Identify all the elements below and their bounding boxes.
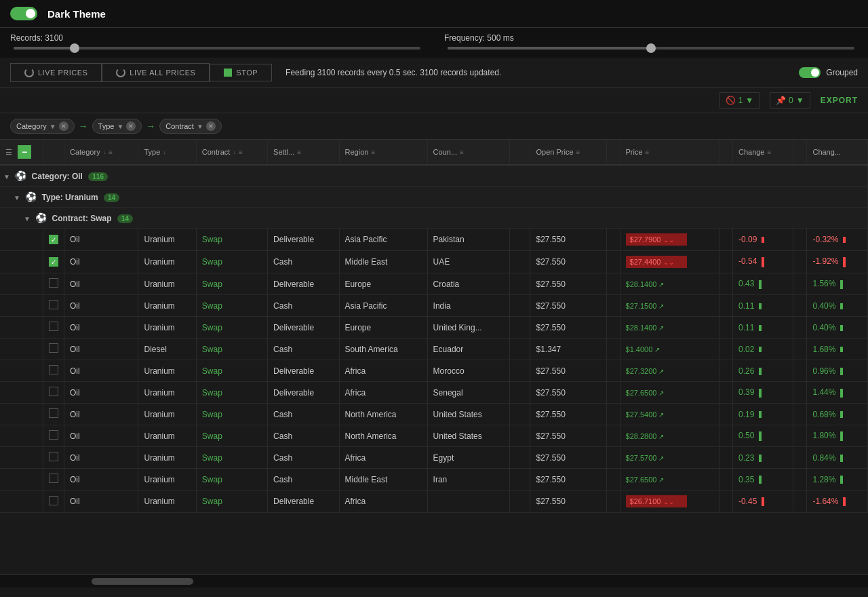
row-checkbox-cell[interactable] <box>43 469 64 490</box>
row-checkbox[interactable] <box>49 257 58 267</box>
table-row[interactable]: Oil Uranium Swap Cash Middle East Iran $… <box>0 469 868 490</box>
h-scroll-thumb[interactable] <box>92 578 193 585</box>
row-extra <box>510 273 530 295</box>
th-open-price[interactable]: Open Price ≡ <box>530 140 606 165</box>
filter-type-remove[interactable]: ✕ <box>126 121 136 131</box>
row-checkbox-cell[interactable] <box>43 339 64 360</box>
table-row[interactable]: Oil Uranium Swap Cash Asia Pacific India… <box>0 295 868 317</box>
export-button[interactable]: EXPORT <box>821 96 858 105</box>
filter-category-down: ▼ <box>50 123 56 130</box>
th-change-filter[interactable]: ≡ <box>768 149 772 156</box>
row-checkbox[interactable] <box>49 365 58 374</box>
table-container[interactable]: ☰ − Category ↓ ≡ Type ↓ <box>0 140 868 574</box>
pin-button[interactable]: 📌 0 ▼ <box>770 92 810 109</box>
filter-chip-type[interactable]: Type ▼ ✕ <box>92 119 142 134</box>
row-checkbox-cell[interactable] <box>43 295 64 317</box>
live-all-prices-button[interactable]: LIVE ALL PRICES <box>102 63 210 82</box>
filter-chip-category[interactable]: Category ▼ ✕ <box>10 119 75 134</box>
dark-theme-toggle[interactable] <box>10 7 37 20</box>
row-checkbox[interactable] <box>49 474 58 483</box>
expand-icon[interactable]: ▼ <box>14 194 20 201</box>
row-checkbox-cell[interactable] <box>43 273 64 295</box>
row-country: Senegal <box>427 382 510 404</box>
stop-button[interactable]: STOP <box>210 64 272 81</box>
th-change[interactable]: Change ≡ <box>732 140 793 165</box>
collapse-all-button[interactable]: − <box>18 145 31 159</box>
price-cell: $27.7900 ⌄⌄ <box>626 233 687 246</box>
row-type: Uranium <box>138 273 196 295</box>
th-open-price-filter[interactable]: ≡ <box>576 149 580 156</box>
row-checkbox[interactable] <box>49 343 58 353</box>
filter-contract-remove[interactable]: ✕ <box>206 121 216 131</box>
th-type[interactable]: Type ↓ <box>138 140 196 165</box>
row-checkbox-cell[interactable] <box>43 425 64 447</box>
th-region[interactable]: Region ≡ <box>339 140 427 165</box>
row-open-price: $27.550 <box>530 382 606 404</box>
row-checkbox[interactable] <box>49 408 58 418</box>
row-checkbox[interactable] <box>49 430 58 440</box>
row-checkbox[interactable] <box>49 387 58 396</box>
records-slider-track[interactable] <box>14 47 420 50</box>
table-row[interactable]: Oil Uranium Swap Deliverable Europe Unit… <box>0 317 868 339</box>
th-contract[interactable]: Contract ↓ ≡ <box>196 140 267 165</box>
row-checkbox[interactable] <box>49 496 58 505</box>
row-country: Morocco <box>427 360 510 382</box>
table-row[interactable]: Oil Uranium Swap Deliverable Africa $27.… <box>0 490 868 513</box>
table-row[interactable]: Oil Diesel Swap Cash South America Ecuad… <box>0 339 868 360</box>
filter-category-remove[interactable]: ✕ <box>59 121 68 131</box>
row-checkbox-cell[interactable] <box>43 447 64 469</box>
hamburger-icon[interactable]: ☰ <box>5 148 12 157</box>
table-row[interactable]: Oil Uranium Swap Cash Middle East UAE $2… <box>0 251 868 273</box>
grouped-toggle[interactable] <box>799 67 821 78</box>
th-price[interactable]: Price ≡ <box>620 140 719 165</box>
table-row[interactable]: Oil Uranium Swap Cash Africa Egypt $27.5… <box>0 447 868 469</box>
row-checkbox-cell[interactable] <box>43 490 64 513</box>
row-checkbox-cell[interactable] <box>43 360 64 382</box>
row-checkbox[interactable] <box>49 278 58 288</box>
filter-chip-contract[interactable]: Contract ▼ ✕ <box>159 119 221 134</box>
row-checkbox-cell[interactable] <box>43 229 64 251</box>
th-country[interactable]: Coun... ≡ <box>427 140 510 165</box>
th-category-sort[interactable]: ↓ <box>103 149 106 155</box>
row-checkbox[interactable] <box>49 322 58 331</box>
table-row[interactable]: Oil Uranium Swap Deliverable Asia Pacifi… <box>0 229 868 251</box>
th-category-filter[interactable]: ≡ <box>108 149 113 156</box>
row-checkbox[interactable] <box>49 300 58 309</box>
row-checkbox-cell[interactable] <box>43 404 64 425</box>
table-row[interactable]: Oil Uranium Swap Deliverable Africa Moro… <box>0 360 868 382</box>
th-contract-filter[interactable]: ≡ <box>239 149 243 156</box>
expand-icon[interactable]: ▼ <box>24 215 31 223</box>
row-indent-cell <box>0 382 43 404</box>
row-checkbox-cell[interactable] <box>43 251 64 273</box>
row-contract: Swap <box>196 425 267 447</box>
row-price: $1.4000 ↗ <box>620 339 719 360</box>
row-category: Oil <box>64 229 138 251</box>
row-checkbox-cell[interactable] <box>43 317 64 339</box>
row-checkbox[interactable] <box>49 452 58 461</box>
table-row[interactable]: Oil Uranium Swap Deliverable Europe Croa… <box>0 273 868 295</box>
row-checkbox-cell[interactable] <box>43 382 64 404</box>
price-arrow-up: ↗ <box>658 303 664 310</box>
horizontal-scrollbar[interactable] <box>0 574 868 588</box>
expand-icon[interactable]: ▼ <box>3 173 10 180</box>
table-row[interactable]: Oil Uranium Swap Deliverable Africa Sene… <box>0 382 868 404</box>
row-category: Oil <box>64 360 138 382</box>
th-settlement[interactable]: Settl... ≡ <box>268 140 339 165</box>
th-type-sort[interactable]: ↓ <box>163 149 166 155</box>
table-row[interactable]: Oil Uranium Swap Cash North America Unit… <box>0 425 868 447</box>
th-category[interactable]: Category ↓ ≡ <box>64 140 138 165</box>
th-contract-sort[interactable]: ↓ <box>233 149 236 155</box>
th-country-filter[interactable]: ≡ <box>460 149 464 156</box>
th-region-filter[interactable]: ≡ <box>371 149 375 156</box>
filter-button[interactable]: 🚫 1 ▼ <box>719 92 760 109</box>
th-change-pct[interactable]: Chang... <box>807 140 868 165</box>
row-change: 0.43 <box>732 273 793 295</box>
row-open-price: $27.550 <box>530 490 606 513</box>
th-price-filter[interactable]: ≡ <box>646 149 650 156</box>
live-prices-button[interactable]: LIVE PRICES <box>10 63 102 82</box>
frequency-slider-track[interactable] <box>448 47 854 50</box>
row-settlement: Deliverable <box>268 317 339 339</box>
row-checkbox[interactable] <box>49 235 58 244</box>
table-row[interactable]: Oil Uranium Swap Cash North America Unit… <box>0 404 868 425</box>
th-settlement-filter[interactable]: ≡ <box>297 149 301 156</box>
